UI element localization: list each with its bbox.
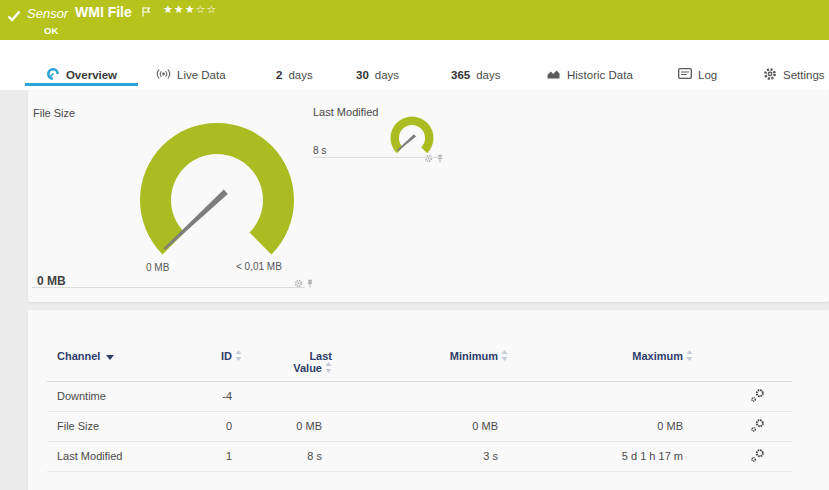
sensor-kind-label: Sensor <box>27 6 68 21</box>
priority-stars[interactable]: ★★★☆☆ <box>163 3 217 16</box>
sensor-title: WMI File <box>75 4 132 20</box>
gauge-arc <box>140 123 294 254</box>
channel-settings-gears-icon[interactable] <box>750 453 765 465</box>
gauges-panel: File Size 0 MB < 0,01 MB 0 MB Last Modif… <box>28 90 829 302</box>
tab-live-data-label: Live Data <box>177 69 226 81</box>
column-header-id[interactable]: ID <box>147 310 242 381</box>
gauge-min-label: 0 MB <box>146 262 169 273</box>
sensor-header: Sensor WMI File ★★★☆☆ OK <box>0 0 829 40</box>
sort-caret-down-icon <box>106 355 114 360</box>
tab-365-days-label: days <box>476 69 500 81</box>
tab-overview-label: Overview <box>66 69 117 81</box>
tab-historic-data-label: Historic Data <box>567 69 633 81</box>
channel-id: -4 <box>147 381 242 411</box>
tab-2-days-number: 2 <box>276 69 282 81</box>
channel-row-downtime[interactable]: Downtime -4 <box>47 381 792 411</box>
sort-arrows-icon <box>325 362 332 373</box>
channel-minimum: 0 MB <box>332 411 508 441</box>
column-header-maximum[interactable]: Maximum <box>508 310 693 381</box>
widget-pin-icon[interactable] <box>306 274 314 292</box>
stars-filled: ★★★ <box>163 3 196 15</box>
stars-empty: ☆☆ <box>196 3 218 15</box>
channel-minimum: 3 s <box>332 441 508 471</box>
channel-last-value: 8 s <box>242 441 332 471</box>
channel-maximum: 0 MB <box>508 411 693 441</box>
prtg-sensor-page: Sensor WMI File ★★★☆☆ OK Overview Live D… <box>0 0 829 490</box>
broadcast-icon <box>156 68 171 82</box>
tab-settings-label: Settings <box>783 69 825 81</box>
tab-overview[interactable]: Overview <box>25 66 138 83</box>
channel-settings-gears-icon[interactable] <box>750 393 765 405</box>
table-header-row: Channel ID Last Value Minimum Maximum <box>47 310 792 381</box>
log-icon <box>678 68 692 81</box>
widget-settings-gear-icon[interactable] <box>294 274 303 292</box>
area-chart-icon <box>546 68 561 82</box>
tab-30-days[interactable]: 30 days <box>356 66 399 83</box>
tab-settings[interactable]: Settings <box>763 66 825 83</box>
tab-log[interactable]: Log <box>678 66 717 83</box>
gauge-max-label: < 0,01 MB <box>236 261 282 272</box>
tab-2-days-label: days <box>288 69 312 81</box>
sort-arrows-icon <box>235 350 242 361</box>
file-size-gauge <box>132 115 302 285</box>
channel-name: Last Modified <box>47 441 147 471</box>
sensor-status-text: OK <box>44 25 58 36</box>
tab-historic-data[interactable]: Historic Data <box>546 66 633 83</box>
tab-2-days[interactable]: 2 days <box>276 66 313 83</box>
file-size-current-value: 0 MB <box>37 274 66 288</box>
channel-last-value <box>242 381 332 411</box>
tab-log-label: Log <box>698 69 717 81</box>
channel-maximum: 5 d 1 h 17 m <box>508 441 693 471</box>
channel-settings-gears-icon[interactable] <box>750 423 765 435</box>
priority-flag-icon[interactable] <box>142 3 151 21</box>
channel-id: 0 <box>147 411 242 441</box>
tab-365-days-number: 365 <box>451 69 470 81</box>
column-header-minimum[interactable]: Minimum <box>332 310 508 381</box>
tab-live-data[interactable]: Live Data <box>156 66 226 83</box>
channel-row-file-size[interactable]: File Size 0 0 MB 0 MB 0 MB <box>47 411 792 441</box>
tab-30-days-number: 30 <box>356 69 369 81</box>
widget-divider <box>32 287 305 288</box>
tab-bar: Overview Live Data 2 days 30 days 365 da… <box>0 40 829 90</box>
column-header-last-value[interactable]: Last Value <box>242 310 332 381</box>
channel-name: File Size <box>47 411 147 441</box>
channel-minimum <box>332 381 508 411</box>
widget-divider <box>313 157 441 158</box>
tab-30-days-label: days <box>375 69 399 81</box>
gauge-arc <box>391 116 434 153</box>
file-size-gauge-title: File Size <box>33 107 75 119</box>
channel-row-last-modified[interactable]: Last Modified 1 8 s 3 s 5 d 1 h 17 m <box>47 441 792 471</box>
tab-365-days[interactable]: 365 days <box>451 66 500 83</box>
widget-pin-icon[interactable] <box>436 149 444 167</box>
channel-maximum <box>508 381 693 411</box>
channel-last-value: 0 MB <box>242 411 332 441</box>
channel-id: 1 <box>147 441 242 471</box>
column-header-actions <box>693 310 792 381</box>
active-tab-underline <box>25 83 138 86</box>
widget-settings-gear-icon[interactable] <box>424 149 433 167</box>
last-modified-gauge-title: Last Modified <box>313 106 378 118</box>
channel-name: Downtime <box>47 381 147 411</box>
sort-arrows-icon <box>686 350 693 361</box>
channel-table: Channel ID Last Value Minimum Maximum Do… <box>47 310 792 472</box>
channel-table-panel: Channel ID Last Value Minimum Maximum Do… <box>28 310 829 490</box>
gauge-icon <box>46 67 60 83</box>
status-ok-check-icon <box>7 8 21 26</box>
last-modified-current-value: 8 s <box>313 145 326 156</box>
gear-icon <box>763 67 777 83</box>
column-header-channel[interactable]: Channel <box>47 310 147 381</box>
sort-arrows-icon <box>501 350 508 361</box>
